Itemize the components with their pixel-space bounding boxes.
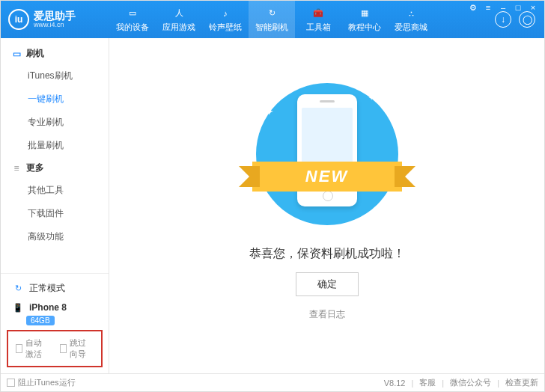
nav-ringtones[interactable]: ♪铃声壁纸 (202, 1, 249, 38)
flash-icon: ↻ (265, 7, 278, 20)
checkbox-block-itunes[interactable] (7, 379, 15, 387)
app-url: www.i4.cn (34, 21, 76, 28)
view-log-link[interactable]: 查看日志 (309, 308, 345, 321)
sidebar-item-advanced[interactable]: 高级功能 (1, 225, 109, 248)
nav-tutorial[interactable]: ▦教程中心 (341, 1, 388, 38)
menu-icon[interactable]: ≡ (484, 3, 493, 12)
maximize-button[interactable]: □ (514, 3, 523, 12)
storage-badge: 64GB (26, 316, 55, 325)
sidebar-group-flash[interactable]: ▭ 刷机 (1, 43, 109, 64)
settings-icon[interactable]: ⚙ (469, 3, 478, 12)
nav-toolbox[interactable]: 🧰工具箱 (295, 1, 341, 38)
new-ribbon: NEW (252, 162, 402, 192)
support-link[interactable]: 客服 (419, 377, 436, 388)
main-content: ✦ ✦ ✦ NEW 恭喜您，保资料刷机成功啦！ 确定 查看日志 (109, 38, 544, 373)
group-title: 刷机 (26, 47, 44, 60)
device-icon: ▭ (126, 7, 139, 20)
sparkle-icon: ✦ (265, 105, 274, 117)
checkbox-label: 自动激活 (25, 337, 49, 360)
sidebar-group-more[interactable]: ≡ 更多 (1, 157, 109, 179)
apps-icon: 人 (172, 7, 186, 20)
ok-button[interactable]: 确定 (296, 272, 359, 296)
sidebar-item-pro-flash[interactable]: 专业刷机 (1, 111, 109, 134)
nav-label: 教程中心 (348, 22, 381, 33)
app-name: 爱思助手 (34, 10, 76, 21)
footer: 阻止iTunes运行 V8.12 | 客服 | 微信公众号 | 检查更新 (1, 373, 544, 391)
tutorial-icon: ▦ (358, 7, 371, 20)
version-label: V8.12 (384, 379, 406, 388)
nav-label: 智能刷机 (255, 22, 288, 33)
app-header: iu 爱思助手 www.i4.cn ▭我的设备 人应用游戏 ♪铃声壁纸 ↻智能刷… (1, 1, 544, 38)
mode-label: 正常模式 (29, 282, 65, 295)
device-name: iPhone 8 (29, 302, 67, 313)
nav-flash[interactable]: ↻智能刷机 (249, 1, 295, 38)
nav-my-device[interactable]: ▭我的设备 (109, 1, 156, 38)
nav-apps[interactable]: 人应用游戏 (156, 1, 202, 38)
checkbox-auto-activate[interactable] (16, 344, 22, 353)
footer-label: 阻止iTunes运行 (18, 377, 76, 388)
success-message: 恭喜您，保资料刷机成功啦！ (249, 246, 405, 262)
nav-label: 工具箱 (306, 22, 331, 33)
close-button[interactable]: × (529, 3, 538, 12)
nav-label: 应用游戏 (162, 22, 195, 33)
logo-icon: iu (8, 9, 29, 30)
toolbox-icon: 🧰 (311, 7, 325, 20)
logo: iu 爱思助手 www.i4.cn (1, 9, 109, 30)
group-title: 更多 (26, 162, 44, 174)
highlight-box: 自动激活 跳过向导 (7, 330, 103, 367)
sparkle-icon: ✦ (368, 94, 374, 102)
phone-icon: ▭ (11, 49, 22, 59)
ringtone-icon: ♪ (219, 7, 232, 20)
sidebar-item-download-firmware[interactable]: 下载固件 (1, 202, 109, 225)
list-icon: ≡ (11, 163, 22, 174)
shop-icon: ⛬ (404, 7, 418, 20)
device-icon: 📱 (11, 301, 25, 314)
sidebar-item-batch-flash[interactable]: 批量刷机 (1, 134, 109, 157)
nav-shop[interactable]: ⛬爱思商城 (388, 1, 434, 38)
device-row[interactable]: 📱 iPhone 8 64GB (4, 298, 106, 328)
ribbon-text: NEW (252, 162, 402, 192)
minimize-button[interactable]: – (499, 3, 508, 12)
nav-label: 铃声壁纸 (209, 22, 242, 33)
sidebar-bottom: ↻ 正常模式 📱 iPhone 8 64GB 自动激活 跳过向导 (1, 273, 109, 373)
checkbox-label: 跳过向导 (70, 337, 94, 360)
success-illustration: ✦ ✦ ✦ NEW (241, 76, 413, 233)
sidebar-item-itunes-flash[interactable]: iTunes刷机 (1, 64, 109, 88)
checkbox-skip-wizard[interactable] (60, 344, 67, 353)
nav-label: 爱思商城 (395, 22, 427, 33)
top-nav: ▭我的设备 人应用游戏 ♪铃声壁纸 ↻智能刷机 🧰工具箱 ▦教程中心 ⛬爱思商城 (109, 1, 486, 38)
sidebar-item-onekey-flash[interactable]: 一键刷机 (1, 88, 109, 111)
sidebar-item-other-tools[interactable]: 其他工具 (1, 179, 109, 202)
mode-row[interactable]: ↻ 正常模式 (4, 278, 106, 298)
sidebar: ▭ 刷机 iTunes刷机 一键刷机 专业刷机 批量刷机 ≡ 更多 其他工具 下… (1, 38, 109, 373)
refresh-icon: ↻ (11, 281, 25, 295)
nav-label: 我的设备 (116, 22, 149, 33)
